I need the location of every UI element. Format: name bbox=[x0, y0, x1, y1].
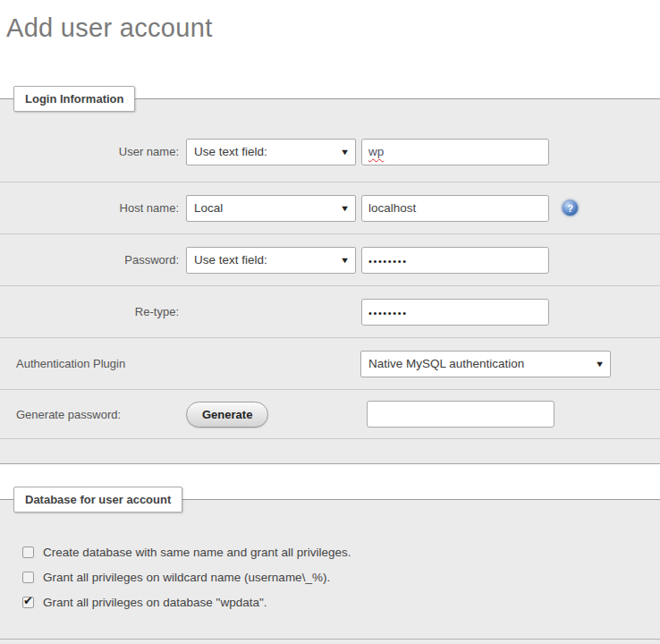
chevron-down-icon: ▼ bbox=[595, 360, 605, 369]
password-row: Password: Use text field: ▼ •••••••• bbox=[0, 234, 660, 286]
password-type-select[interactable]: Use text field: ▼ bbox=[186, 247, 356, 274]
generate-password-label: Generate password: bbox=[16, 408, 186, 421]
retype-row: Re-type: •••••••• bbox=[0, 286, 660, 338]
username-input-value: wp bbox=[368, 145, 384, 158]
auth-plugin-row: Authentication Plugin Native MySQL authe… bbox=[0, 338, 660, 390]
generated-password-input[interactable] bbox=[367, 401, 554, 428]
hostname-type-select[interactable]: Local ▼ bbox=[186, 195, 356, 222]
auth-plugin-select-value: Native MySQL authentication bbox=[368, 357, 524, 370]
generate-password-row: Generate password: Generate bbox=[0, 390, 660, 439]
username-label: User name: bbox=[0, 145, 179, 158]
password-input[interactable]: •••••••• bbox=[361, 247, 549, 274]
hostname-input[interactable]: localhost bbox=[361, 195, 549, 222]
create-db-option-row: Create database with same name and grant… bbox=[0, 539, 660, 564]
retype-password-input[interactable]: •••••••• bbox=[361, 299, 549, 326]
page-title: Add user account bbox=[0, 0, 660, 43]
grant-wpdata-option-row: Grant all privileges on database "wpdata… bbox=[0, 589, 660, 614]
database-fieldset: Database for user account Create databas… bbox=[0, 499, 660, 644]
chevron-down-icon: ▼ bbox=[340, 148, 350, 157]
auth-plugin-select[interactable]: Native MySQL authentication ▼ bbox=[360, 351, 611, 377]
wildcard-grant-option-row: Grant all privileges on wildcard name (u… bbox=[0, 564, 660, 589]
section-divider bbox=[0, 614, 660, 640]
wildcard-grant-checkbox[interactable] bbox=[22, 572, 34, 583]
password-label: Password: bbox=[0, 253, 179, 267]
hostname-row: Host name: Local ▼ localhost ? bbox=[0, 182, 660, 234]
hostname-label: Host name: bbox=[0, 201, 179, 215]
username-row: User name: Use text field: ▼ wp bbox=[0, 122, 660, 182]
username-type-select[interactable]: Use text field: ▼ bbox=[186, 139, 356, 165]
create-db-checkbox[interactable] bbox=[22, 547, 34, 558]
help-icon[interactable]: ? bbox=[562, 199, 579, 216]
hostname-input-value: localhost bbox=[368, 201, 416, 215]
spacer bbox=[0, 439, 660, 463]
spacer bbox=[0, 640, 660, 644]
password-type-select-value: Use text field: bbox=[194, 253, 267, 267]
password-input-value: •••••••• bbox=[368, 253, 408, 267]
chevron-down-icon: ▼ bbox=[340, 204, 350, 213]
generate-button[interactable]: Generate bbox=[186, 402, 268, 428]
grant-wpdata-option-label[interactable]: Grant all privileges on database "wpdata… bbox=[43, 596, 267, 609]
chevron-down-icon: ▼ bbox=[340, 256, 350, 265]
login-legend: Login Information bbox=[13, 86, 135, 112]
hostname-type-select-value: Local bbox=[194, 201, 223, 215]
help-icon-glyph: ? bbox=[567, 203, 573, 214]
username-input[interactable]: wp bbox=[361, 139, 549, 165]
retype-label: Re-type: bbox=[0, 305, 179, 318]
retype-input-value: •••••••• bbox=[368, 305, 408, 318]
username-type-select-value: Use text field: bbox=[194, 145, 267, 158]
database-legend: Database for user account bbox=[13, 487, 182, 513]
create-db-option-label[interactable]: Create database with same name and grant… bbox=[43, 546, 351, 559]
grant-wpdata-checkbox[interactable] bbox=[22, 597, 34, 608]
wildcard-grant-option-label[interactable]: Grant all privileges on wildcard name (u… bbox=[43, 571, 330, 584]
login-fieldset: Login Information User name: Use text fi… bbox=[0, 98, 660, 464]
auth-plugin-label: Authentication Plugin bbox=[16, 357, 125, 370]
